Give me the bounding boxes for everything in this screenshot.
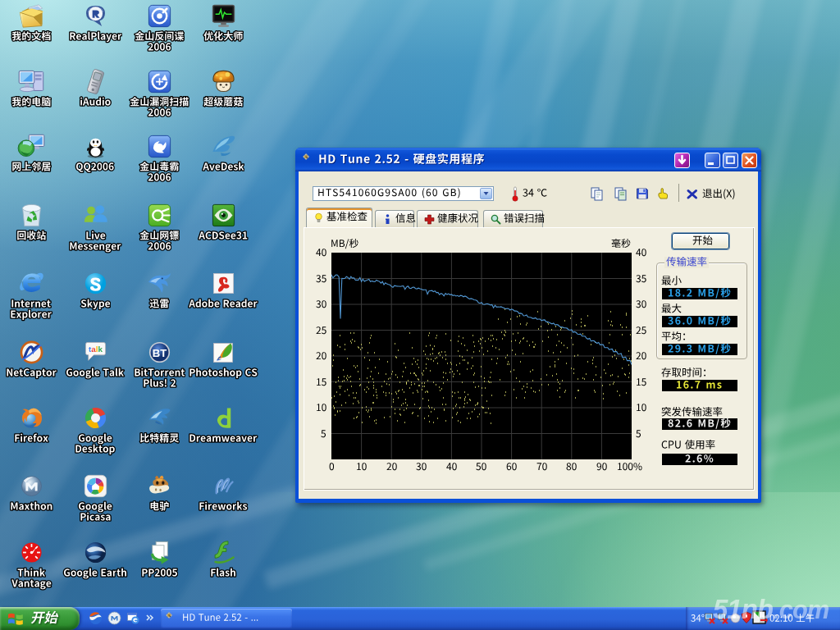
svg-text:talk: talk: [89, 345, 103, 354]
svg-text:BT: BT: [153, 347, 167, 359]
